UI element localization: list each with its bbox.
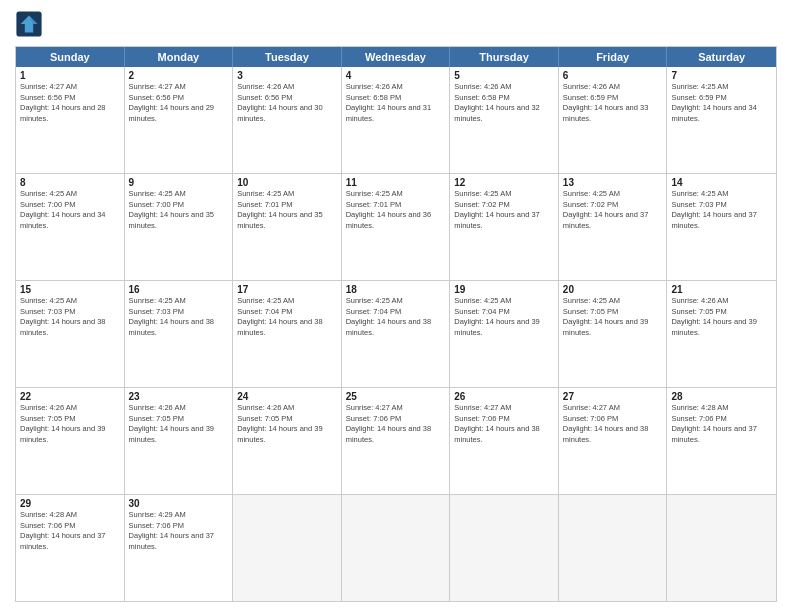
- day-number: 15: [20, 284, 120, 295]
- day-number: 6: [563, 70, 663, 81]
- cell-info: Sunrise: 4:25 AMSunset: 7:02 PMDaylight:…: [563, 189, 663, 231]
- day-number: 24: [237, 391, 337, 402]
- cell-info: Sunrise: 4:25 AMSunset: 7:01 PMDaylight:…: [237, 189, 337, 231]
- calendar-cell: [342, 495, 451, 601]
- cell-info: Sunrise: 4:25 AMSunset: 7:04 PMDaylight:…: [454, 296, 554, 338]
- day-number: 13: [563, 177, 663, 188]
- calendar-cell: 8Sunrise: 4:25 AMSunset: 7:00 PMDaylight…: [16, 174, 125, 280]
- day-number: 16: [129, 284, 229, 295]
- calendar-cell: [450, 495, 559, 601]
- weekday-header: Friday: [559, 47, 668, 67]
- day-number: 21: [671, 284, 772, 295]
- cell-info: Sunrise: 4:26 AMSunset: 6:56 PMDaylight:…: [237, 82, 337, 124]
- day-number: 26: [454, 391, 554, 402]
- day-number: 22: [20, 391, 120, 402]
- calendar-cell: 3Sunrise: 4:26 AMSunset: 6:56 PMDaylight…: [233, 67, 342, 173]
- day-number: 14: [671, 177, 772, 188]
- day-number: 1: [20, 70, 120, 81]
- day-number: 18: [346, 284, 446, 295]
- calendar-cell: 2Sunrise: 4:27 AMSunset: 6:56 PMDaylight…: [125, 67, 234, 173]
- cell-info: Sunrise: 4:26 AMSunset: 7:05 PMDaylight:…: [237, 403, 337, 445]
- day-number: 12: [454, 177, 554, 188]
- calendar-cell: 9Sunrise: 4:25 AMSunset: 7:00 PMDaylight…: [125, 174, 234, 280]
- calendar-cell: 21Sunrise: 4:26 AMSunset: 7:05 PMDayligh…: [667, 281, 776, 387]
- calendar-body: 1Sunrise: 4:27 AMSunset: 6:56 PMDaylight…: [16, 67, 776, 601]
- calendar-cell: 1Sunrise: 4:27 AMSunset: 6:56 PMDaylight…: [16, 67, 125, 173]
- cell-info: Sunrise: 4:25 AMSunset: 7:03 PMDaylight:…: [20, 296, 120, 338]
- cell-info: Sunrise: 4:26 AMSunset: 6:59 PMDaylight:…: [563, 82, 663, 124]
- calendar-row: 8Sunrise: 4:25 AMSunset: 7:00 PMDaylight…: [16, 174, 776, 281]
- weekday-header: Wednesday: [342, 47, 451, 67]
- day-number: 28: [671, 391, 772, 402]
- cell-info: Sunrise: 4:25 AMSunset: 7:00 PMDaylight:…: [20, 189, 120, 231]
- day-number: 5: [454, 70, 554, 81]
- weekday-header: Tuesday: [233, 47, 342, 67]
- calendar-cell: 17Sunrise: 4:25 AMSunset: 7:04 PMDayligh…: [233, 281, 342, 387]
- cell-info: Sunrise: 4:26 AMSunset: 7:05 PMDaylight:…: [129, 403, 229, 445]
- day-number: 23: [129, 391, 229, 402]
- cell-info: Sunrise: 4:27 AMSunset: 7:06 PMDaylight:…: [454, 403, 554, 445]
- day-number: 29: [20, 498, 120, 509]
- calendar-cell: 13Sunrise: 4:25 AMSunset: 7:02 PMDayligh…: [559, 174, 668, 280]
- day-number: 10: [237, 177, 337, 188]
- calendar-cell: 11Sunrise: 4:25 AMSunset: 7:01 PMDayligh…: [342, 174, 451, 280]
- cell-info: Sunrise: 4:27 AMSunset: 6:56 PMDaylight:…: [129, 82, 229, 124]
- calendar-cell: 18Sunrise: 4:25 AMSunset: 7:04 PMDayligh…: [342, 281, 451, 387]
- day-number: 20: [563, 284, 663, 295]
- page: SundayMondayTuesdayWednesdayThursdayFrid…: [0, 0, 792, 612]
- cell-info: Sunrise: 4:25 AMSunset: 7:03 PMDaylight:…: [129, 296, 229, 338]
- day-number: 3: [237, 70, 337, 81]
- cell-info: Sunrise: 4:26 AMSunset: 7:05 PMDaylight:…: [20, 403, 120, 445]
- calendar: SundayMondayTuesdayWednesdayThursdayFrid…: [15, 46, 777, 602]
- calendar-cell: [559, 495, 668, 601]
- weekday-header: Sunday: [16, 47, 125, 67]
- header: [15, 10, 777, 38]
- day-number: 17: [237, 284, 337, 295]
- calendar-cell: 28Sunrise: 4:28 AMSunset: 7:06 PMDayligh…: [667, 388, 776, 494]
- calendar-cell: 20Sunrise: 4:25 AMSunset: 7:05 PMDayligh…: [559, 281, 668, 387]
- cell-info: Sunrise: 4:26 AMSunset: 6:58 PMDaylight:…: [346, 82, 446, 124]
- day-number: 7: [671, 70, 772, 81]
- cell-info: Sunrise: 4:27 AMSunset: 7:06 PMDaylight:…: [346, 403, 446, 445]
- cell-info: Sunrise: 4:25 AMSunset: 7:02 PMDaylight:…: [454, 189, 554, 231]
- calendar-cell: 12Sunrise: 4:25 AMSunset: 7:02 PMDayligh…: [450, 174, 559, 280]
- calendar-cell: [233, 495, 342, 601]
- cell-info: Sunrise: 4:28 AMSunset: 7:06 PMDaylight:…: [671, 403, 772, 445]
- day-number: 27: [563, 391, 663, 402]
- day-number: 4: [346, 70, 446, 81]
- cell-info: Sunrise: 4:25 AMSunset: 6:59 PMDaylight:…: [671, 82, 772, 124]
- calendar-cell: 19Sunrise: 4:25 AMSunset: 7:04 PMDayligh…: [450, 281, 559, 387]
- calendar-cell: 26Sunrise: 4:27 AMSunset: 7:06 PMDayligh…: [450, 388, 559, 494]
- day-number: 25: [346, 391, 446, 402]
- cell-info: Sunrise: 4:25 AMSunset: 7:00 PMDaylight:…: [129, 189, 229, 231]
- logo-icon: [15, 10, 43, 38]
- calendar-row: 29Sunrise: 4:28 AMSunset: 7:06 PMDayligh…: [16, 495, 776, 601]
- day-number: 19: [454, 284, 554, 295]
- cell-info: Sunrise: 4:27 AMSunset: 7:06 PMDaylight:…: [563, 403, 663, 445]
- weekday-header: Thursday: [450, 47, 559, 67]
- calendar-cell: 23Sunrise: 4:26 AMSunset: 7:05 PMDayligh…: [125, 388, 234, 494]
- day-number: 8: [20, 177, 120, 188]
- calendar-cell: 24Sunrise: 4:26 AMSunset: 7:05 PMDayligh…: [233, 388, 342, 494]
- day-number: 11: [346, 177, 446, 188]
- calendar-cell: 5Sunrise: 4:26 AMSunset: 6:58 PMDaylight…: [450, 67, 559, 173]
- cell-info: Sunrise: 4:27 AMSunset: 6:56 PMDaylight:…: [20, 82, 120, 124]
- cell-info: Sunrise: 4:25 AMSunset: 7:04 PMDaylight:…: [237, 296, 337, 338]
- calendar-cell: 27Sunrise: 4:27 AMSunset: 7:06 PMDayligh…: [559, 388, 668, 494]
- calendar-cell: 10Sunrise: 4:25 AMSunset: 7:01 PMDayligh…: [233, 174, 342, 280]
- calendar-cell: [667, 495, 776, 601]
- calendar-cell: 7Sunrise: 4:25 AMSunset: 6:59 PMDaylight…: [667, 67, 776, 173]
- weekday-header: Saturday: [667, 47, 776, 67]
- cell-info: Sunrise: 4:28 AMSunset: 7:06 PMDaylight:…: [20, 510, 120, 552]
- cell-info: Sunrise: 4:29 AMSunset: 7:06 PMDaylight:…: [129, 510, 229, 552]
- calendar-cell: 25Sunrise: 4:27 AMSunset: 7:06 PMDayligh…: [342, 388, 451, 494]
- calendar-cell: 22Sunrise: 4:26 AMSunset: 7:05 PMDayligh…: [16, 388, 125, 494]
- day-number: 2: [129, 70, 229, 81]
- cell-info: Sunrise: 4:26 AMSunset: 7:05 PMDaylight:…: [671, 296, 772, 338]
- cell-info: Sunrise: 4:25 AMSunset: 7:04 PMDaylight:…: [346, 296, 446, 338]
- calendar-row: 22Sunrise: 4:26 AMSunset: 7:05 PMDayligh…: [16, 388, 776, 495]
- cell-info: Sunrise: 4:25 AMSunset: 7:03 PMDaylight:…: [671, 189, 772, 231]
- calendar-row: 15Sunrise: 4:25 AMSunset: 7:03 PMDayligh…: [16, 281, 776, 388]
- calendar-cell: 30Sunrise: 4:29 AMSunset: 7:06 PMDayligh…: [125, 495, 234, 601]
- calendar-row: 1Sunrise: 4:27 AMSunset: 6:56 PMDaylight…: [16, 67, 776, 174]
